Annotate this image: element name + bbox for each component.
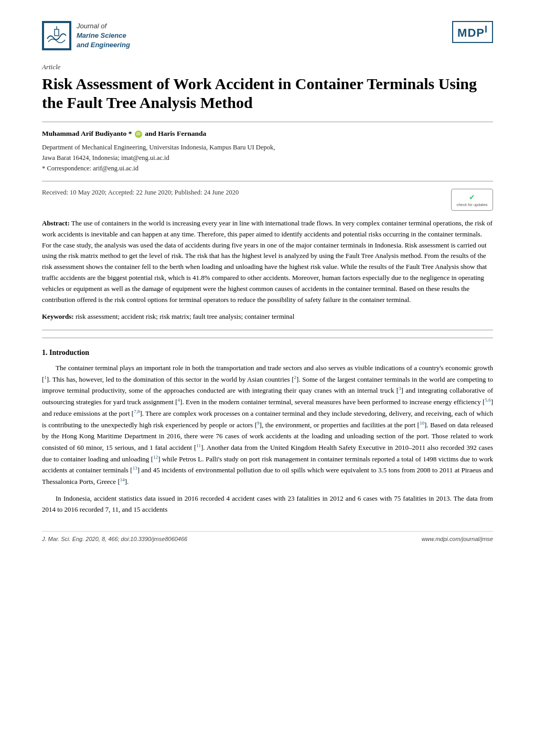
keywords-section: Keywords: risk assessment; accident risk… bbox=[42, 311, 493, 322]
affiliation-line1: Department of Mechanical Engineering, Un… bbox=[42, 142, 493, 153]
svg-rect-1 bbox=[55, 29, 59, 36]
abstract-section: Abstract: The use of containers in the w… bbox=[42, 218, 493, 305]
abstract-label: Abstract: bbox=[42, 219, 70, 227]
dates-text: Received: 10 May 2020; Accepted: 22 June… bbox=[42, 189, 239, 197]
affiliation-divider bbox=[42, 181, 493, 181]
keywords-divider bbox=[42, 330, 493, 330]
journal-name-text: Journal of Marine Science and Engineerin… bbox=[77, 21, 130, 50]
correspondence-line: * Correspondence: arif@eng.ui.ac.id bbox=[42, 163, 493, 174]
section1-para2: In Indonesia, accident statistics data i… bbox=[42, 493, 493, 515]
journal-logo: Journal of Marine Science and Engineerin… bbox=[42, 21, 130, 50]
article-title: Risk Assessment of Work Accident in Cont… bbox=[42, 74, 493, 112]
journal-name-line1: Journal of bbox=[77, 21, 130, 31]
authors-and: and Haris Fernanda bbox=[145, 129, 206, 137]
check-updates-label: check for updates bbox=[456, 202, 487, 207]
keywords-divider2 bbox=[42, 338, 493, 338]
title-divider bbox=[42, 122, 493, 122]
journal-name-line2: Marine Science bbox=[77, 31, 130, 40]
footer-url: www.mdpi.com/journal/jmse bbox=[422, 536, 493, 542]
orcid-icon: iD bbox=[135, 131, 142, 138]
keywords-text: risk assessment; accident risk; risk mat… bbox=[74, 312, 295, 320]
authors-line: Muhammad Arif Budiyanto * iD and Haris F… bbox=[42, 129, 493, 138]
affiliation-line2: Jawa Barat 16424, Indonesia; imat@eng.ui… bbox=[42, 153, 493, 163]
article-type: Article bbox=[42, 63, 493, 71]
abstract-text: The use of containers in the world is in… bbox=[42, 219, 493, 304]
section1-heading: 1. Introduction bbox=[42, 349, 493, 357]
footer-citation: J. Mar. Sci. Eng. 2020, 8, 466; doi:10.3… bbox=[42, 536, 187, 542]
dates-row: Received: 10 May 2020; Accepted: 22 June… bbox=[42, 189, 493, 211]
section1-para1: The container terminal plays an importan… bbox=[42, 362, 493, 488]
check-updates-badge[interactable]: ✔ check for updates bbox=[451, 189, 493, 211]
check-updates-checkmark-icon: ✔ bbox=[469, 193, 475, 201]
keywords-label: Keywords: bbox=[42, 312, 74, 320]
check-updates-badge-container[interactable]: ✔ check for updates bbox=[451, 189, 493, 211]
mdpi-logo: MDPI bbox=[452, 21, 493, 43]
authors-names: Muhammad Arif Budiyanto * bbox=[42, 129, 132, 137]
journal-logo-icon bbox=[42, 21, 71, 50]
journal-name-line3: and Engineering bbox=[77, 40, 130, 50]
page-footer: J. Mar. Sci. Eng. 2020, 8, 466; doi:10.3… bbox=[42, 531, 493, 542]
affiliation-block: Department of Mechanical Engineering, Un… bbox=[42, 142, 493, 174]
page-header: Journal of Marine Science and Engineerin… bbox=[42, 21, 493, 50]
